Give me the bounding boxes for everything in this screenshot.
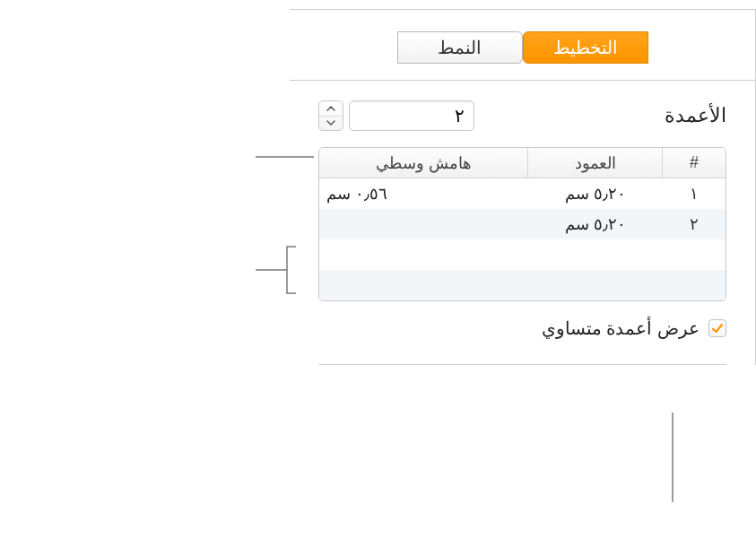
equal-width-row: عرض أعمدة متساوي [318,317,726,348]
equal-width-checkbox[interactable] [708,319,726,337]
layout-panel: النمط التخطيط الأعمدة # العمود [290,9,756,365]
columns-count-input[interactable] [349,100,474,131]
table-row-empty [319,239,726,270]
col-header-number: # [663,148,726,178]
cell-number: ١ [663,178,726,209]
stepper-down-button[interactable] [319,116,343,131]
columns-stepper-buttons [318,100,343,131]
equal-width-label[interactable]: عرض أعمدة متساوي [542,317,700,339]
col-header-gutter: هامش وسطي [319,148,528,178]
cell-gutter[interactable] [319,209,528,239]
cell-column-width[interactable]: ٥٫٢٠ سم [528,178,663,209]
columns-table-body: ١ ٥٫٢٠ سم ٠٫٥٦ سم ٢ ٥٫٢٠ سم [319,178,726,300]
table-row-empty [319,270,726,300]
cell-column-width[interactable]: ٥٫٢٠ سم [528,209,663,239]
columns-section: الأعمدة # العمود هامش وسطي [290,81,755,364]
section-divider [318,364,726,365]
stepper-up-button[interactable] [319,101,343,116]
table-row[interactable]: ١ ٥٫٢٠ سم ٠٫٥٦ سم [319,178,726,209]
tab-layout[interactable]: التخطيط [523,31,648,64]
columns-stepper [318,100,474,131]
tab-bar: النمط التخطيط [290,10,755,81]
columns-table-header: # العمود هامش وسطي [319,148,726,178]
cell-gutter[interactable]: ٠٫٥٦ سم [319,178,528,209]
columns-table: # العمود هامش وسطي ١ ٥٫٢٠ سم ٠٫٥٦ سم ٢ ٥… [318,147,726,301]
col-header-column: العمود [528,148,663,178]
table-row[interactable]: ٢ ٥٫٢٠ سم [319,209,726,239]
cell-number: ٢ [663,209,726,239]
checkmark-icon [711,322,724,335]
columns-label: الأعمدة [665,104,726,127]
tab-style[interactable]: النمط [397,31,523,64]
